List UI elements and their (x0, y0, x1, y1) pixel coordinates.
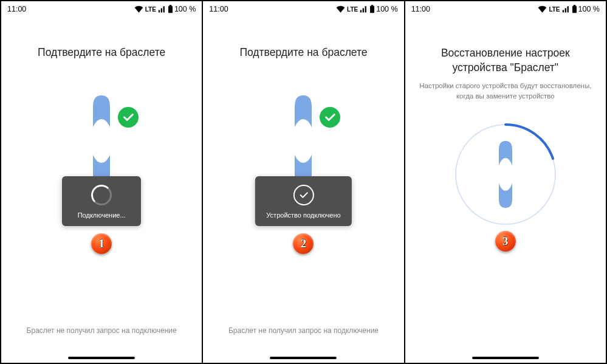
battery-label: 100 % (578, 5, 600, 13)
done-check-icon (293, 185, 314, 205)
annotation-marker-3: 3 (495, 231, 516, 252)
svg-rect-6 (572, 6, 577, 13)
connecting-toast: Подключение... (62, 176, 141, 226)
svg-rect-4 (371, 5, 374, 6)
success-check-icon (318, 105, 342, 129)
lte-label: LTE (145, 6, 156, 13)
screenshot-3: 11:00 LTE 100 % Восстановление настроек … (404, 1, 606, 363)
svg-rect-0 (168, 6, 173, 13)
toast-text: Подключение... (78, 211, 126, 219)
success-check-icon (116, 105, 140, 129)
signal-icon (158, 5, 166, 13)
status-indicators: LTE 100 % (134, 5, 196, 13)
screen-content: Подтвердите на браслете Подключение... 1… (1, 17, 202, 363)
battery-icon (572, 5, 577, 13)
svg-point-2 (91, 119, 112, 163)
fitness-band-icon (285, 95, 321, 187)
connected-toast: Устройство подключено (255, 176, 351, 226)
status-indicators: LTE 100 % (538, 5, 600, 13)
screenshot-1: 11:00 LTE 100 % Подтвердите на браслете (1, 1, 202, 363)
page-title: Восстановление настроек устройства "Брас… (414, 46, 597, 75)
signal-icon (360, 5, 368, 13)
status-bar: 11:00 LTE 100 % (1, 1, 202, 17)
lte-label: LTE (347, 6, 358, 13)
nav-handle[interactable] (68, 357, 135, 359)
status-bar: 11:00 LTE 100 % (405, 1, 606, 17)
three-screenshots-row: 11:00 LTE 100 % Подтвердите на браслете (0, 0, 607, 364)
battery-label: 100 % (376, 5, 397, 13)
screenshot-2: 11:00 LTE 100 % Подтвердите на браслете (202, 1, 403, 363)
spinner-icon (91, 185, 112, 205)
signal-icon (562, 5, 571, 13)
svg-rect-7 (573, 5, 575, 6)
band-illustration (267, 95, 340, 187)
annotation-marker-1: 1 (91, 233, 112, 254)
svg-rect-1 (170, 5, 172, 6)
status-bar: 11:00 LTE 100 % (203, 1, 403, 17)
status-time: 11:00 (411, 5, 430, 13)
toast-text: Устройство подключено (266, 211, 340, 219)
wifi-icon (538, 5, 547, 13)
page-title: Подтвердите на браслете (38, 46, 165, 59)
progress-ring (451, 120, 560, 229)
screen-content: Восстановление настроек устройства "Брас… (405, 17, 606, 363)
status-time: 11:00 (7, 5, 26, 13)
svg-point-5 (292, 119, 314, 163)
screen-content: Подтвердите на браслете Устройство подкл… (203, 17, 403, 363)
wifi-icon (336, 5, 345, 13)
page-title: Подтвердите на браслете (239, 46, 367, 59)
wifi-icon (134, 5, 143, 13)
battery-label: 100 % (174, 5, 196, 13)
nav-handle[interactable] (270, 357, 337, 359)
page-subtitle: Настройки старого устройства будут восст… (414, 81, 597, 101)
svg-rect-3 (370, 6, 374, 13)
nav-handle[interactable] (472, 357, 539, 359)
status-indicators: LTE 100 % (336, 5, 398, 13)
fitness-band-icon (83, 95, 120, 187)
progress-circle-icon (451, 120, 560, 229)
battery-icon (369, 5, 375, 13)
band-illustration (65, 95, 138, 187)
lte-label: LTE (549, 6, 560, 13)
battery-icon (168, 5, 173, 13)
status-time: 11:00 (209, 5, 228, 13)
bottom-help-text[interactable]: Браслет не получил запрос на подключение (1, 326, 202, 335)
annotation-marker-2: 2 (293, 233, 314, 254)
bottom-help-text[interactable]: Браслет не получил запрос на подключение (203, 326, 403, 335)
